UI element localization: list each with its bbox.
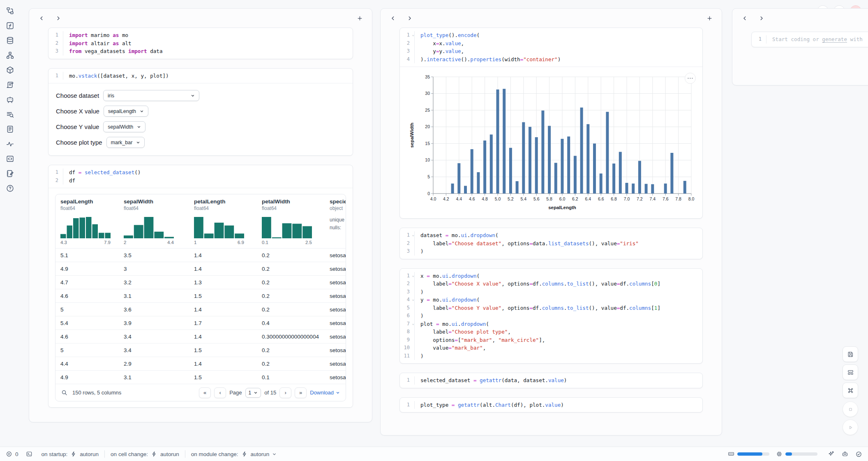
table-row[interactable]: 53.61.40.2setosa: [55, 302, 346, 316]
column-collapse-left-icon[interactable]: [740, 13, 750, 23]
cell-xyplot-dropdowns[interactable]: 1⌄x = mo.ui.dropdown(2 label="Choose X v…: [399, 268, 703, 364]
first-page-button[interactable]: «: [199, 387, 211, 398]
code-line-1[interactable]: 1⌄dataset = mo.ui.dropdown(: [400, 231, 702, 240]
terminal-button[interactable]: [26, 451, 32, 457]
errors-indicator[interactable]: 0: [6, 451, 18, 457]
package-icon[interactable]: [6, 66, 14, 74]
code-line-3[interactable]: 3): [400, 288, 702, 296]
cell-plot-type[interactable]: 1plot_type = getattr(alt.Chart(df), plot…: [399, 397, 703, 413]
chat-bot-icon[interactable]: [6, 95, 14, 104]
x-value-select[interactable]: sepalLength: [104, 106, 148, 117]
column-expand-right-icon[interactable]: [404, 13, 414, 23]
save-button[interactable]: [843, 346, 858, 362]
table-row[interactable]: 4.73.21.30.2setosa: [55, 275, 346, 289]
petalWidth-histogram[interactable]: [262, 216, 312, 238]
dataset-select[interactable]: iris: [103, 90, 199, 101]
code-line-1[interactable]: 1import marimo as mo: [48, 31, 353, 39]
download-button[interactable]: Download: [310, 390, 340, 396]
code-line-2[interactable]: 2import altair as alt: [48, 39, 353, 48]
sepal-bar-chart[interactable]: 4.04.24.44.64.85.05.25.45.65.86.06.26.46…: [407, 72, 696, 213]
document-icon[interactable]: [6, 125, 14, 134]
ram-usage[interactable]: [728, 451, 769, 457]
code-line-2[interactable]: 2 label="Choose dataset", options=data.l…: [400, 240, 702, 248]
column-expand-right-icon[interactable]: [756, 13, 766, 23]
ai-assist-button[interactable]: [827, 450, 835, 458]
table-row[interactable]: 4.63.41.40.30000000000000004setosa: [55, 330, 346, 343]
code-line-1[interactable]: 1⌄plot_type().encode(: [400, 31, 702, 39]
sepalWidth-histogram[interactable]: [124, 216, 174, 238]
cell-dataset-dropdown[interactable]: 1⌄dataset = mo.ui.dropdown(2 label="Choo…: [399, 228, 703, 259]
code-line-1[interactable]: 1⌄x = mo.ui.dropdown(: [400, 272, 702, 280]
logs-icon[interactable]: [6, 81, 14, 89]
code-line-3[interactable]: 3): [400, 247, 702, 256]
table-row[interactable]: 5.13.51.40.2setosa: [55, 248, 346, 262]
chat-bot-button[interactable]: [841, 450, 849, 458]
on-cell-change-setting[interactable]: on cell change: autorun: [111, 451, 179, 457]
code-line-3[interactable]: 3 y=y.value,: [400, 47, 702, 55]
table-row[interactable]: 5.43.91.70.4setosa: [55, 316, 346, 330]
prev-page-button[interactable]: ‹: [214, 387, 226, 398]
code-line-5[interactable]: 5 label="Choose Y value", options=df.col…: [400, 304, 702, 312]
database-icon[interactable]: [6, 36, 14, 45]
cell-selected-dataset[interactable]: 1selected_dataset = getattr(data, datase…: [399, 373, 703, 388]
cell-plot[interactable]: 1⌄plot_type().encode(2 x=x.value,3 y=y.v…: [399, 28, 703, 219]
next-page-button[interactable]: ›: [279, 387, 291, 398]
cell-vstack[interactable]: 1mo.vstack([dataset, x, y, plot]) Choose…: [48, 68, 353, 156]
plot-type-select[interactable]: mark_bar: [106, 137, 145, 148]
column-collapse-left-icon[interactable]: [37, 13, 46, 23]
last-page-button[interactable]: »: [295, 387, 307, 398]
cell-imports[interactable]: 1import marimo as mo2import altair as al…: [48, 28, 353, 59]
table-row[interactable]: 4.42.91.40.2setosa: [55, 357, 346, 370]
cpu-usage[interactable]: [776, 451, 817, 457]
add-cell-icon[interactable]: [355, 13, 365, 23]
code-line-9[interactable]: 9 options=["mark_bar", "mark_circle"],: [400, 336, 702, 344]
table-row[interactable]: 4.93.11.50.1setosa: [55, 370, 346, 384]
scratchpad-icon[interactable]: [6, 169, 14, 178]
code-line-2[interactable]: 2 x=x.value,: [400, 39, 702, 48]
code-line-1[interactable]: 1mo.vstack([dataset, x, y, plot]): [48, 72, 353, 80]
code-line-4[interactable]: 4⌄y = mo.ui.dropdown(: [400, 296, 702, 304]
run-all-button[interactable]: [843, 420, 858, 435]
petalLength-histogram[interactable]: [194, 216, 244, 238]
cell-dataframe[interactable]: 1df = selected_dataset()2df sepalLengthf…: [48, 165, 353, 408]
code-line-10[interactable]: 10 value="mark_bar",: [400, 344, 702, 352]
code-line-11[interactable]: 11): [400, 352, 702, 360]
code-line-3[interactable]: 3from vega_datasets import data: [48, 47, 353, 55]
column-header-sepalWidth[interactable]: sepalWidthfloat64 24.4: [119, 194, 189, 248]
layout-toggle-button[interactable]: [843, 364, 858, 380]
code-line-2[interactable]: 2df: [48, 177, 353, 185]
column-header-petalLength[interactable]: petalLengthfloat64 16.9: [189, 194, 257, 248]
file-tree-icon[interactable]: [6, 7, 14, 15]
code-line-6[interactable]: 6): [400, 312, 702, 320]
connection-status[interactable]: [855, 451, 862, 458]
function-icon[interactable]: [6, 21, 14, 30]
stop-all-button[interactable]: [843, 401, 858, 417]
activity-icon[interactable]: [6, 140, 14, 148]
code-placeholder[interactable]: Start coding or generate with: [766, 35, 863, 44]
column-header-sepalLength[interactable]: sepalLengthfloat64 4.37.9: [55, 194, 119, 248]
on-module-change-setting[interactable]: on module change: autorun: [191, 451, 277, 457]
column-header-petalWidth[interactable]: petalWidthfloat64 0.12.5: [257, 194, 325, 248]
y-value-select[interactable]: sepalWidth: [103, 121, 145, 132]
search-list-icon[interactable]: [6, 110, 14, 119]
code-line-4[interactable]: 4).interactive().properties(width="conta…: [400, 55, 702, 64]
search-icon[interactable]: [61, 390, 67, 396]
keyboard-shortcuts-button[interactable]: [843, 383, 858, 398]
column-expand-right-icon[interactable]: [53, 13, 63, 23]
help-icon[interactable]: [6, 184, 14, 193]
sepalLength-histogram[interactable]: [60, 216, 111, 238]
code-line-1[interactable]: 1selected_dataset = getattr(data, datase…: [400, 376, 702, 385]
on-startup-setting[interactable]: on startup: autorun: [42, 451, 99, 457]
chart-menu-icon[interactable]: [685, 73, 696, 84]
snippets-icon[interactable]: [6, 154, 14, 163]
code-line-2[interactable]: 2 label="Choose X value", options=df.col…: [400, 280, 702, 288]
code-line-8[interactable]: 8 label="Choose plot type",: [400, 328, 702, 336]
code-line-7[interactable]: 7⌄plot = mo.ui.dropdown(: [400, 320, 702, 328]
code-line-1[interactable]: 1plot_type = getattr(alt.Chart(df), plot…: [400, 401, 702, 409]
add-cell-icon[interactable]: [704, 13, 714, 23]
column-header-species[interactable]: speciesobjectuniquenulls:: [325, 194, 346, 248]
cell-empty[interactable]: 1 Start coding or generate with: [751, 32, 868, 47]
table-row[interactable]: 53.41.50.2setosa: [55, 343, 346, 357]
page-select[interactable]: 1: [245, 388, 261, 398]
dependency-graph-icon[interactable]: [6, 51, 14, 60]
